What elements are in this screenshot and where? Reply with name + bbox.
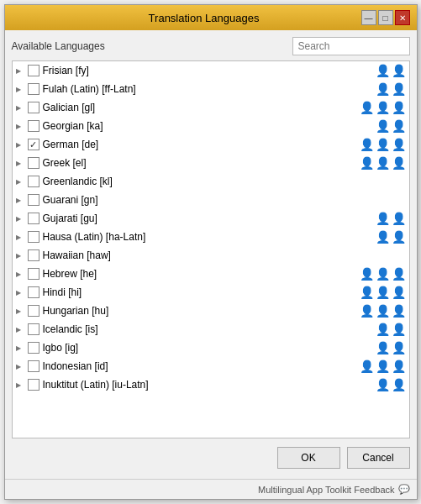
language-checkbox[interactable] [28, 194, 39, 206]
language-checkbox[interactable]: ✓ [28, 139, 39, 150]
language-checkbox[interactable] [28, 231, 39, 243]
language-checkbox[interactable] [28, 83, 39, 95]
feedback-icon[interactable]: 💬 [398, 484, 410, 495]
language-name: Hindi [hi] [43, 286, 356, 298]
list-item[interactable]: ▶Frisian [fy]👤👤 [13, 61, 409, 80]
person-icon: 👤 [392, 268, 406, 280]
language-checkbox[interactable] [28, 286, 39, 298]
close-button[interactable]: ✕ [395, 10, 410, 25]
list-item[interactable]: ▶Inuktitut (Latin) [iu-Latn]👤👤 [13, 375, 409, 394]
list-item[interactable]: ▶Greenlandic [kl] [13, 172, 409, 191]
language-name: Igbo [ig] [43, 342, 372, 354]
person-icon: 👤 [392, 323, 406, 335]
list-item[interactable]: ▶✓German [de]👤👤👤 [13, 135, 409, 154]
language-icons: 👤👤 [376, 120, 406, 132]
language-name: Indonesian [id] [43, 360, 356, 372]
language-name: German [de] [43, 139, 356, 150]
expand-arrow-icon: ▶ [16, 104, 28, 112]
person-icon: 👤 [392, 231, 406, 243]
list-item[interactable]: ▶Hebrew [he]👤👤👤 [13, 265, 409, 283]
person-icon: 👤 [376, 120, 390, 132]
person-icon: 👤 [360, 157, 374, 169]
main-window: Translation Languages — □ ✕ Available La… [4, 4, 418, 500]
language-icons: 👤👤👤 [360, 360, 406, 372]
person-icon: 👤 [376, 65, 390, 76]
person-icon: 👤 [376, 213, 390, 224]
person-icon: 👤 [376, 305, 390, 317]
language-checkbox[interactable] [28, 268, 39, 280]
person-icon: 👤 [360, 360, 374, 372]
language-icons: 👤👤 [376, 379, 406, 391]
expand-arrow-icon: ▶ [16, 363, 28, 370]
content-area: Available Languages ▶Frisian [fy]👤👤▶Fula… [5, 30, 417, 479]
language-icons: 👤👤👤 [360, 305, 406, 317]
language-icons: 👤👤👤 [360, 157, 406, 169]
person-icon: 👤 [392, 120, 406, 132]
language-name: Inuktitut (Latin) [iu-Latn] [43, 379, 372, 391]
language-name: Greenlandic [kl] [43, 176, 403, 187]
person-icon: 👤 [376, 360, 390, 372]
language-icons: 👤👤👤 [360, 102, 406, 113]
language-name: Fulah (Latin) [ff-Latn] [43, 83, 372, 95]
list-item[interactable]: ▶Gujarati [gu]👤👤 [13, 209, 409, 228]
minimize-button[interactable]: — [361, 10, 376, 25]
footer-text: Multilingual App Toolkit Feedback [258, 485, 394, 495]
person-icon: 👤 [392, 139, 406, 150]
list-item[interactable]: ▶Georgian [ka]👤👤 [13, 117, 409, 135]
language-name: Hawaiian [haw] [43, 249, 403, 261]
list-item[interactable]: ▶Guarani [gn] [13, 191, 409, 209]
language-checkbox[interactable] [28, 65, 39, 76]
list-item[interactable]: ▶Indonesian [id]👤👤👤 [13, 357, 409, 375]
language-checkbox[interactable] [28, 323, 39, 335]
expand-arrow-icon: ▶ [16, 344, 28, 352]
language-checkbox[interactable] [28, 157, 39, 169]
expand-arrow-icon: ▶ [16, 326, 28, 333]
search-input[interactable] [292, 37, 410, 55]
person-icon: 👤 [376, 157, 390, 169]
cancel-button[interactable]: Cancel [347, 447, 410, 469]
section-label: Available Languages [12, 40, 105, 52]
person-icon: 👤 [376, 342, 390, 354]
person-icon: 👤 [392, 213, 406, 224]
language-icons: 👤👤 [376, 323, 406, 335]
person-icon: 👤 [376, 139, 390, 150]
language-icons: 👤👤 [376, 231, 406, 243]
list-item[interactable]: ▶Hausa (Latin) [ha-Latn]👤👤 [13, 228, 409, 246]
list-item[interactable]: ▶Greek [el]👤👤👤 [13, 154, 409, 172]
list-item[interactable]: ▶Igbo [ig]👤👤 [13, 339, 409, 357]
person-icon: 👤 [376, 286, 390, 298]
language-checkbox[interactable] [28, 176, 39, 187]
person-icon: 👤 [392, 157, 406, 169]
language-checkbox[interactable] [28, 379, 39, 391]
window-controls: — □ ✕ [361, 10, 410, 25]
language-checkbox[interactable] [28, 305, 39, 317]
language-checkbox[interactable] [28, 102, 39, 113]
expand-arrow-icon: ▶ [16, 123, 28, 130]
person-icon: 👤 [392, 83, 406, 95]
list-item[interactable]: ▶Hungarian [hu]👤👤👤 [13, 302, 409, 320]
language-name: Galician [gl] [43, 102, 356, 113]
list-item[interactable]: ▶Hawaiian [haw] [13, 246, 409, 265]
maximize-button[interactable]: □ [378, 10, 393, 25]
language-checkbox[interactable] [28, 360, 39, 372]
language-checkbox[interactable] [28, 213, 39, 224]
list-item[interactable]: ▶Icelandic [is]👤👤 [13, 320, 409, 339]
expand-arrow-icon: ▶ [16, 141, 28, 149]
list-item[interactable]: ▶Hindi [hi]👤👤👤 [13, 283, 409, 302]
language-list[interactable]: ▶Frisian [fy]👤👤▶Fulah (Latin) [ff-Latn]👤… [12, 60, 410, 438]
person-icon: 👤 [392, 342, 406, 354]
ok-button[interactable]: OK [277, 447, 340, 469]
list-item[interactable]: ▶Galician [gl]👤👤👤 [13, 98, 409, 117]
person-icon: 👤 [376, 102, 390, 113]
language-icons: 👤👤 [376, 342, 406, 354]
person-icon: 👤 [392, 379, 406, 391]
person-icon: 👤 [392, 102, 406, 113]
list-item[interactable]: ▶Fulah (Latin) [ff-Latn]👤👤 [13, 80, 409, 98]
language-name: Hebrew [he] [43, 268, 356, 280]
language-checkbox[interactable] [28, 342, 39, 354]
language-checkbox[interactable] [28, 249, 39, 261]
language-checkbox[interactable] [28, 120, 39, 132]
language-icons: 👤👤👤 [360, 139, 406, 150]
language-name: Frisian [fy] [43, 65, 372, 76]
expand-arrow-icon: ▶ [16, 197, 28, 204]
